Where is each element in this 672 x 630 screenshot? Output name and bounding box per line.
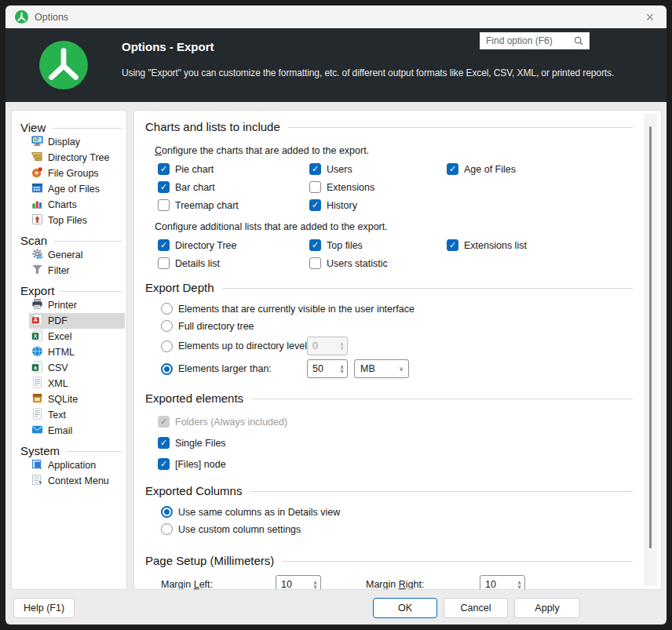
- sidebar-item-xml[interactable]: XML: [29, 376, 125, 391]
- spin-down-icon[interactable]: ∨: [517, 584, 521, 589]
- radio-icon: [161, 523, 173, 535]
- sidebar-item-excel[interactable]: X Excel: [29, 329, 125, 344]
- checkbox-icon: [158, 239, 170, 251]
- checkbox-icon: [158, 163, 170, 175]
- application-icon: [31, 458, 43, 472]
- checkbox-icon: [158, 257, 170, 269]
- sidebar-item-charts[interactable]: Charts: [29, 197, 125, 213]
- sidebar-item-age-of-files[interactable]: Age of Files: [29, 181, 125, 197]
- checkbox-extensions[interactable]: Extensions: [309, 180, 447, 194]
- checkbox-folders: Folders (Always included): [158, 415, 633, 428]
- radio-icon: [161, 363, 173, 375]
- sidebar-item-top-files[interactable]: Top Files: [29, 213, 125, 228]
- pdf-icon: A: [31, 314, 43, 328]
- header: Options - Export Using "Export" you can …: [5, 28, 667, 102]
- sidebar-item-csv[interactable]: a CSV: [29, 360, 125, 376]
- margin-left-label: Margin Left:: [161, 579, 213, 590]
- window-title: Options: [35, 12, 68, 23]
- checkbox-icon: [447, 239, 458, 251]
- sidebar-item-directory-tree[interactable]: Directory Tree: [29, 150, 125, 166]
- checkbox-details-list[interactable]: Details list: [158, 257, 309, 270]
- find-option-box: [480, 32, 590, 49]
- exported-elements-list: Folders (Always included) Single Files […: [158, 415, 633, 471]
- sidebar-item-file-groups[interactable]: File Groups: [29, 166, 125, 181]
- margin-right-input[interactable]: [480, 578, 517, 590]
- sidebar-group-export: Export: [12, 284, 126, 297]
- dialog-body: View Display Directory Tree File Groups …: [5, 102, 667, 625]
- sidebar-item-pdf[interactable]: A PDF: [29, 313, 125, 329]
- spin-down-icon: ∨: [340, 346, 344, 351]
- charts-icon: [31, 198, 43, 212]
- directory-level-input: [308, 340, 340, 352]
- checkbox-users-statistic[interactable]: Users statistic: [309, 257, 447, 270]
- checkbox-icon: [158, 181, 170, 193]
- sidebar-item-text[interactable]: Text: [29, 407, 125, 423]
- sidebar-item-email[interactable]: Email: [29, 423, 125, 439]
- checkbox-top-files[interactable]: Top files: [309, 239, 447, 252]
- sidebar-item-html[interactable]: HTML: [29, 344, 125, 360]
- checkbox-bar-chart[interactable]: Bar chart: [158, 180, 309, 194]
- filter-icon: [31, 264, 43, 278]
- sidebar-item-sqlite[interactable]: SQLite: [29, 391, 125, 407]
- checkbox-directory-tree[interactable]: Directory Tree: [158, 239, 309, 252]
- sidebar-item-display[interactable]: Display: [29, 134, 125, 150]
- sidebar-item-general[interactable]: General: [29, 247, 125, 263]
- text-icon: [31, 408, 43, 422]
- ok-button[interactable]: OK: [373, 598, 437, 618]
- checkbox-age-of-files[interactable]: Age of Files: [447, 162, 633, 176]
- printer-icon: [31, 298, 43, 312]
- checkbox-pie-chart[interactable]: Pie chart: [158, 162, 309, 176]
- svg-text:a: a: [34, 365, 37, 370]
- size-threshold-spinner[interactable]: ∧∨: [307, 359, 348, 378]
- directory-tree-icon: [31, 151, 43, 165]
- radio-visible-elements[interactable]: Elements that are currently visible in t…: [161, 302, 633, 315]
- margin-right-label: Margin Right:: [366, 579, 424, 590]
- svg-text:X: X: [34, 333, 38, 339]
- checkbox-files-node[interactable]: [Files] node: [158, 457, 633, 471]
- checkbox-icon: [158, 437, 170, 449]
- help-button[interactable]: Help (F1): [13, 598, 75, 618]
- spin-down-icon[interactable]: ∨: [340, 369, 344, 373]
- checkbox-history[interactable]: History: [309, 198, 447, 212]
- sidebar-item-context-menu[interactable]: Context Menu: [29, 473, 125, 489]
- sidebar-group-scan: Scan: [12, 234, 126, 247]
- radio-icon: [161, 320, 173, 332]
- charts-caption: Configure the charts that are added to t…: [155, 145, 633, 156]
- margin-left-input[interactable]: [276, 578, 313, 590]
- checkbox-users[interactable]: Users: [309, 162, 447, 176]
- close-icon[interactable]: ×: [642, 10, 657, 24]
- scrollbar-thumb[interactable]: [649, 126, 652, 548]
- size-threshold-input[interactable]: [308, 362, 340, 375]
- general-gear-icon: [31, 248, 43, 262]
- sidebar-item-filter[interactable]: Filter: [29, 263, 125, 279]
- checkbox-treemap-chart[interactable]: Treemap chart: [158, 198, 309, 212]
- radio-full-directory-tree[interactable]: Full directory tree: [161, 319, 633, 333]
- margin-right-spinner[interactable]: ∧∨: [480, 575, 525, 590]
- sidebar-group-system: System: [12, 444, 126, 457]
- treesize-logo-icon: [39, 41, 88, 89]
- radio-elements-larger-than[interactable]: Elements larger than: ∧∨ MB ∨: [161, 359, 633, 378]
- margin-left-spinner[interactable]: ∧∨: [276, 575, 321, 590]
- display-icon: [31, 135, 43, 149]
- search-icon[interactable]: [573, 35, 589, 46]
- checkbox-icon: [309, 257, 321, 269]
- email-icon: [31, 424, 43, 438]
- size-unit-dropdown[interactable]: MB ∨: [354, 359, 409, 378]
- sidebar: View Display Directory Tree File Groups …: [11, 110, 127, 590]
- spin-down-icon[interactable]: ∨: [313, 584, 317, 589]
- apply-button[interactable]: Apply: [514, 598, 580, 618]
- top-files-icon: [31, 213, 43, 228]
- sidebar-item-printer[interactable]: Printer: [29, 297, 125, 313]
- radio-custom-columns[interactable]: Use custom column settings: [161, 523, 633, 536]
- checkbox-single-files[interactable]: Single Files: [158, 436, 633, 450]
- find-option-input[interactable]: [480, 35, 573, 46]
- radio-same-columns[interactable]: Use same columns as in Details view: [161, 505, 633, 519]
- cancel-button[interactable]: Cancel: [444, 598, 508, 618]
- csv-icon: a: [31, 361, 43, 375]
- checkbox-icon: [447, 163, 458, 175]
- sidebar-item-application[interactable]: Application: [29, 457, 125, 473]
- sidebar-group-view: View: [12, 121, 126, 134]
- checkbox-extensions-list[interactable]: Extensions list: [447, 239, 633, 252]
- radio-directory-level[interactable]: Elements up to directory level: ∧∨: [161, 337, 633, 355]
- directory-level-spinner: ∧∨: [307, 337, 348, 355]
